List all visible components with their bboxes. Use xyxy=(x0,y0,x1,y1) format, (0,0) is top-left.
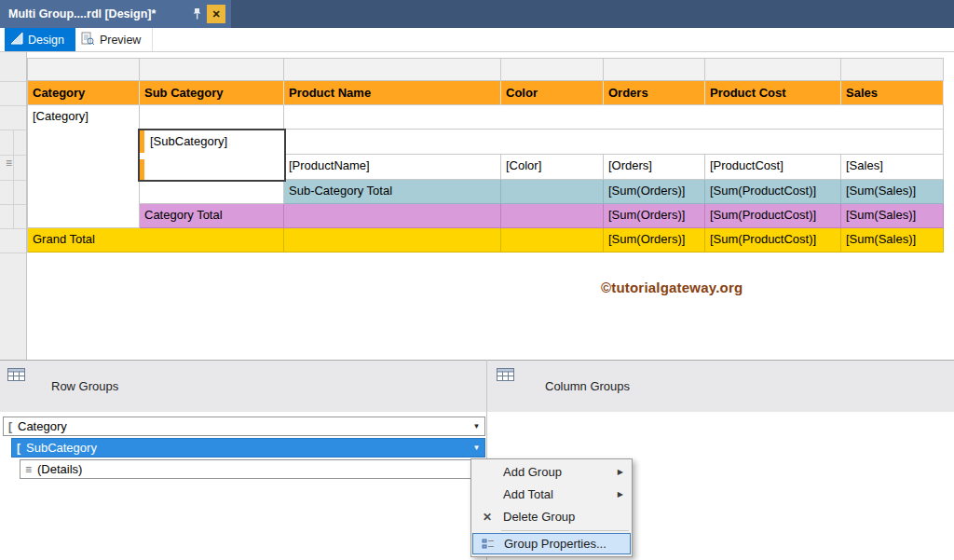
subcategory-total-label-cell[interactable]: Sub-Category Total xyxy=(284,180,501,204)
row-divider xyxy=(0,253,26,253)
row-divider xyxy=(0,81,26,82)
subcategory-total-orders-cell[interactable]: [Sum(Orders)] xyxy=(604,180,705,204)
report-designer-window: Multi Group....rdl [Design]* ✕ Design Pr… xyxy=(0,0,954,560)
empty-cell[interactable] xyxy=(140,180,284,204)
empty-cell[interactable] xyxy=(501,180,604,204)
properties-icon xyxy=(481,538,496,553)
detail-cell-color[interactable]: [Color] xyxy=(501,155,604,180)
row-group-item-category[interactable]: [ Category ▼ xyxy=(3,417,485,436)
nested-group-divider xyxy=(13,130,14,228)
category-cell[interactable]: [Category] xyxy=(27,105,140,228)
subcategory-cell-text: [SubCategory] xyxy=(150,134,227,148)
document-tab-title: Multi Group....rdl [Design]* xyxy=(8,7,186,20)
document-tab-bar: Multi Group....rdl [Design]* ✕ xyxy=(0,0,954,28)
column-groups-icon xyxy=(497,368,514,384)
menu-item-label: Group Properties... xyxy=(504,537,606,551)
menu-item-label: Delete Group xyxy=(503,510,575,524)
row-group-label: (Details) xyxy=(37,462,82,476)
empty-cell[interactable] xyxy=(284,130,944,155)
tab-preview[interactable]: Preview xyxy=(75,28,153,51)
column-handle[interactable] xyxy=(27,58,140,81)
column-groups-title: Column Groups xyxy=(545,379,630,393)
delete-icon: ✕ xyxy=(480,510,495,525)
menu-separator xyxy=(501,530,629,531)
row-groups-icon xyxy=(7,368,25,384)
header-cell-color[interactable]: Color xyxy=(501,81,604,105)
row-divider xyxy=(0,228,26,229)
tab-design[interactable]: Design xyxy=(5,28,75,51)
detail-cell-orders[interactable]: [Orders] xyxy=(604,155,705,180)
empty-cell[interactable] xyxy=(501,228,604,253)
detail-cell-product-cost[interactable]: [ProductCost] xyxy=(705,155,841,180)
header-cell-product-cost[interactable]: Product Cost xyxy=(705,81,841,105)
category-total-product-cost-cell[interactable]: [Sum(ProductCost)] xyxy=(705,204,841,228)
header-cell-orders[interactable]: Orders xyxy=(604,81,705,105)
row-group-item-details[interactable]: ≡ (Details) xyxy=(20,459,485,479)
group-bracket-icon: [ xyxy=(8,420,12,433)
subcategory-total-sales-cell[interactable]: [Sum(Sales)] xyxy=(841,180,944,204)
view-mode-bar: Design Preview xyxy=(0,28,954,52)
group-context-menu: Add Group ▶ Add Total ▶ ✕ Delete Group G… xyxy=(470,458,633,557)
watermark-text: ©tutorialgateway.org xyxy=(601,280,743,295)
header-cell-sales[interactable]: Sales xyxy=(841,81,944,105)
grand-total-sales-cell[interactable]: [Sum(Sales)] xyxy=(841,228,944,253)
subcategory-cell-selected[interactable]: [SubCategory] xyxy=(138,129,286,182)
menu-item-add-total[interactable]: Add Total ▶ xyxy=(472,484,631,506)
menu-item-label: Add Group xyxy=(503,465,562,479)
column-handle[interactable] xyxy=(841,58,944,81)
document-tab[interactable]: Multi Group....rdl [Design]* ✕ xyxy=(0,0,231,28)
empty-cell[interactable] xyxy=(501,204,604,228)
header-cell-product-name[interactable]: Product Name xyxy=(284,81,501,105)
grand-total-label-cell[interactable]: Grand Total xyxy=(27,228,284,253)
row-group-label: Category xyxy=(18,419,67,433)
subcategory-total-product-cost-cell[interactable]: [Sum(ProductCost)] xyxy=(705,180,841,204)
empty-cell[interactable] xyxy=(140,105,284,130)
menu-item-add-group[interactable]: Add Group ▶ xyxy=(472,461,631,484)
category-total-label-cell[interactable]: Category Total xyxy=(140,204,284,228)
chevron-down-icon[interactable]: ▼ xyxy=(469,417,484,435)
design-label: Design xyxy=(28,34,64,47)
detail-cell-product-name[interactable]: [ProductName] xyxy=(284,155,501,180)
chevron-down-icon[interactable]: ▼ xyxy=(469,439,484,457)
close-icon[interactable]: ✕ xyxy=(207,5,225,23)
selection-grip xyxy=(140,153,144,159)
column-handle-row xyxy=(27,58,944,81)
category-total-sales-cell[interactable]: [Sum(Sales)] xyxy=(841,204,944,228)
details-icon: ≡ xyxy=(25,463,32,476)
row-group-item-subcategory[interactable]: [ SubCategory ▼ xyxy=(11,438,485,458)
empty-cell[interactable] xyxy=(284,228,501,253)
preview-icon xyxy=(81,32,95,48)
menu-item-label: Add Total xyxy=(503,487,553,501)
column-handle[interactable] xyxy=(140,58,284,81)
row-group-label: SubCategory xyxy=(26,441,97,455)
menu-item-delete-group[interactable]: ✕ Delete Group xyxy=(472,506,631,528)
grand-total-orders-cell[interactable]: [Sum(Orders)] xyxy=(604,228,705,253)
group-bracket-icon: [ xyxy=(17,442,20,455)
row-groups-title: Row Groups xyxy=(51,379,118,393)
empty-cell[interactable] xyxy=(284,204,501,228)
grand-total-product-cost-cell[interactable]: [Sum(ProductCost)] xyxy=(705,228,841,253)
column-handle[interactable] xyxy=(501,58,604,81)
row-handle-strip[interactable]: ≡ xyxy=(0,52,27,360)
detail-row-handle-icon[interactable]: ≡ xyxy=(6,157,12,170)
empty-cell[interactable] xyxy=(284,105,944,130)
submenu-arrow-icon: ▶ xyxy=(618,484,623,506)
design-icon xyxy=(10,32,23,48)
detail-cell-sales[interactable]: [Sales] xyxy=(841,155,944,180)
submenu-arrow-icon: ▶ xyxy=(618,461,623,484)
menu-item-group-properties[interactable]: Group Properties... xyxy=(472,533,631,554)
pin-icon[interactable] xyxy=(190,7,203,21)
table-header-row: Category Sub Category Product Name Color… xyxy=(27,81,944,105)
preview-label: Preview xyxy=(100,34,141,47)
column-handle[interactable] xyxy=(604,58,705,81)
header-cell-sub-category[interactable]: Sub Category xyxy=(140,81,284,105)
column-handle[interactable] xyxy=(284,58,501,81)
header-cell-category[interactable]: Category xyxy=(27,81,140,105)
row-divider xyxy=(0,105,26,106)
column-handle[interactable] xyxy=(705,58,841,81)
category-total-orders-cell[interactable]: [Sum(Orders)] xyxy=(604,204,705,228)
